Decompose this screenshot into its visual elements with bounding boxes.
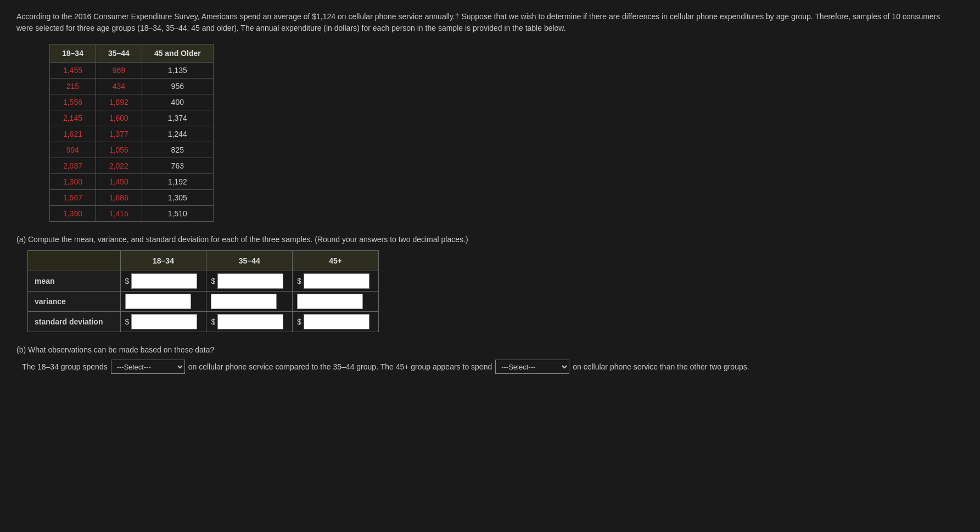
section-b-label: (b) What observations can be made based … xyxy=(16,345,964,354)
variance-input-0[interactable] xyxy=(125,294,191,309)
table-row: 1,686 xyxy=(96,190,142,206)
dollar-sign: $ xyxy=(125,277,130,285)
table-row: 1,556 xyxy=(50,94,96,110)
stats-table-wrapper: 18–34 35–44 45+ mean$$$variancestandard … xyxy=(27,250,964,332)
table-row: 1,600 xyxy=(96,110,142,126)
table-row: 1,056 xyxy=(96,142,142,158)
stats-row-label: mean xyxy=(28,271,121,292)
table-row: 1,192 xyxy=(142,174,213,190)
stats-col-empty xyxy=(28,251,121,271)
stats-col-45-plus: 45+ xyxy=(293,251,379,271)
table-row: 434 xyxy=(96,79,142,94)
section-a-label: (a) Compute the mean, variance, and stan… xyxy=(16,235,964,244)
dropdown-1[interactable]: ---Select---morelessthe same amount xyxy=(111,360,185,374)
table-row: 763 xyxy=(142,158,213,174)
table-row: 1,450 xyxy=(96,174,142,190)
col-header-35-44: 35–44 xyxy=(96,44,142,63)
stats-input-cell[interactable]: $ xyxy=(206,312,293,332)
sentence-middle: on cellular phone service compared to th… xyxy=(188,362,492,371)
dollar-sign: $ xyxy=(211,277,215,285)
table-row: 2,037 xyxy=(50,158,96,174)
section-b: (b) What observations can be made based … xyxy=(16,345,964,374)
table-row: 1,135 xyxy=(142,63,213,79)
stats-input-cell[interactable]: $ xyxy=(293,312,379,332)
table-row: 1,390 xyxy=(50,206,96,222)
standard-deviation-input-0[interactable] xyxy=(131,314,197,329)
mean-input-0[interactable] xyxy=(131,273,197,289)
table-row: 1,510 xyxy=(142,206,213,222)
table-row: 2,145 xyxy=(50,110,96,126)
standard-deviation-input-2[interactable] xyxy=(304,314,369,329)
table-row: 1,374 xyxy=(142,110,213,126)
col-header-45-older: 45 and Older xyxy=(142,44,213,63)
mean-input-1[interactable] xyxy=(217,273,283,289)
table-row: 1,892 xyxy=(96,94,142,110)
table-row: 969 xyxy=(96,63,142,79)
table-row: 825 xyxy=(142,142,213,158)
stats-input-cell[interactable] xyxy=(293,292,379,312)
table-row: 994 xyxy=(50,142,96,158)
intro-text: According to the 2016 Consumer Expenditu… xyxy=(16,11,950,34)
dollar-sign: $ xyxy=(125,317,130,326)
table-row: 400 xyxy=(142,94,213,110)
dollar-sign: $ xyxy=(297,277,301,285)
section-b-sentence: The 18–34 group spends ---Select---morel… xyxy=(22,360,964,374)
variance-input-2[interactable] xyxy=(297,294,363,309)
stats-input-cell[interactable]: $ xyxy=(120,271,206,292)
table-row: 1,455 xyxy=(50,63,96,79)
col-header-18-34: 18–34 xyxy=(50,44,96,63)
table-row: 1,621 xyxy=(50,126,96,142)
dollar-sign: $ xyxy=(297,317,301,326)
stats-col-18-34: 18–34 xyxy=(120,251,206,271)
table-row: 1,244 xyxy=(142,126,213,142)
stats-row-label: standard deviation xyxy=(28,312,121,332)
stats-input-cell[interactable] xyxy=(206,292,293,312)
variance-input-1[interactable] xyxy=(211,294,277,309)
dropdown-2[interactable]: ---Select---morelessthe same amount xyxy=(495,360,569,374)
table-row: 956 xyxy=(142,79,213,94)
mean-input-2[interactable] xyxy=(304,273,369,289)
table-row: 1,415 xyxy=(96,206,142,222)
sentence-end: on cellular phone service than the other… xyxy=(573,362,749,371)
sentence-start: The 18–34 group spends xyxy=(22,362,108,371)
table-row: 1,567 xyxy=(50,190,96,206)
table-row: 1,377 xyxy=(96,126,142,142)
table-row: 1,300 xyxy=(50,174,96,190)
stats-input-cell[interactable]: $ xyxy=(206,271,293,292)
data-table-wrapper: 18–34 35–44 45 and Older 1,4559691,13521… xyxy=(49,44,964,222)
dollar-sign: $ xyxy=(211,317,215,326)
standard-deviation-input-1[interactable] xyxy=(217,314,283,329)
data-table: 18–34 35–44 45 and Older 1,4559691,13521… xyxy=(49,44,214,222)
stats-input-cell[interactable]: $ xyxy=(120,312,206,332)
table-row: 1,305 xyxy=(142,190,213,206)
stats-col-35-44: 35–44 xyxy=(206,251,293,271)
stats-table: 18–34 35–44 45+ mean$$$variancestandard … xyxy=(27,250,379,332)
stats-input-cell[interactable] xyxy=(120,292,206,312)
table-row: 215 xyxy=(50,79,96,94)
stats-input-cell[interactable]: $ xyxy=(293,271,379,292)
stats-row-label: variance xyxy=(28,292,121,312)
table-row: 2,022 xyxy=(96,158,142,174)
